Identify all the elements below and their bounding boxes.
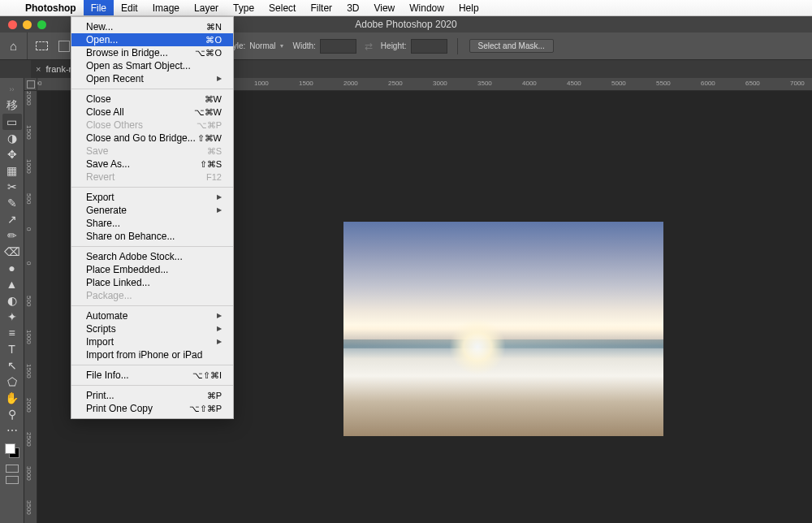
menu-item-revert: RevertF12: [71, 171, 233, 184]
ruler-tick: 3500: [25, 500, 32, 515]
menu-view[interactable]: View: [366, 0, 402, 15]
close-tab-icon[interactable]: ×: [36, 64, 41, 74]
menu-item-close[interactable]: Close⌘W: [71, 93, 233, 106]
more-tools-icon[interactable]: ⋯: [2, 422, 22, 439]
ruler-tick: 1000: [25, 330, 32, 344]
minimize-window-button[interactable]: [23, 20, 32, 29]
tool-12[interactable]: ◐: [2, 292, 22, 309]
maximize-window-button[interactable]: [37, 20, 46, 29]
menu-select[interactable]: Select: [261, 0, 303, 15]
menu-item-open[interactable]: Open...⌘O: [71, 33, 233, 46]
tool-14[interactable]: ≡: [2, 325, 22, 341]
height-label: Height:: [381, 41, 407, 50]
menu-3d[interactable]: 3D: [339, 0, 366, 15]
menu-item-share[interactable]: Share...: [71, 217, 233, 230]
menu-item-close-and-go-to-bridge[interactable]: Close and Go to Bridge...⇧⌘W: [71, 132, 233, 145]
tool-7[interactable]: ↗: [2, 211, 22, 227]
vertical-ruler[interactable]: 2000150010005000050010001500200025003000…: [24, 91, 37, 523]
menu-item-place-embedded[interactable]: Place Embedded...: [71, 263, 233, 276]
tool-2[interactable]: ◑: [2, 130, 22, 146]
home-button[interactable]: ⌂: [0, 32, 28, 59]
menu-item-scripts[interactable]: Scripts: [71, 322, 233, 335]
ruler-tick: 2000: [343, 80, 358, 87]
tool-1[interactable]: ▭: [2, 114, 22, 130]
menu-item-open-recent[interactable]: Open Recent: [71, 72, 233, 85]
tool-18[interactable]: ✋: [2, 390, 22, 406]
tool-16[interactable]: ↖: [2, 357, 22, 374]
tool-8[interactable]: ✏: [2, 227, 22, 244]
menu-item-print[interactable]: Print...⌘P: [71, 389, 233, 402]
tool-3[interactable]: ✥: [2, 146, 22, 162]
height-input[interactable]: [411, 39, 447, 54]
menu-item-file-info[interactable]: File Info...⌥⇧⌘I: [71, 369, 233, 382]
ruler-tick: 6000: [701, 80, 715, 87]
marquee-tool-icon[interactable]: [28, 41, 55, 50]
menu-item-import-from-iphone-or-ipad[interactable]: Import from iPhone or iPad: [71, 348, 233, 361]
menu-item-close-all[interactable]: Close All⌥⌘W: [71, 106, 233, 119]
ruler-tick: 5000: [611, 80, 626, 87]
width-input[interactable]: [320, 39, 356, 54]
menu-item-new[interactable]: New...⌘N: [71, 20, 233, 33]
height-field: Height:: [376, 39, 452, 54]
menu-help[interactable]: Help: [451, 0, 486, 15]
menu-file[interactable]: File: [84, 0, 114, 15]
ruler-tick: 4000: [522, 80, 537, 87]
tool-11[interactable]: ▲: [2, 276, 22, 292]
tool-10[interactable]: ●: [2, 260, 22, 276]
swap-dimensions-icon[interactable]: ⇄: [361, 41, 376, 52]
menu-edit[interactable]: Edit: [114, 0, 145, 15]
ruler-tick: 2000: [25, 398, 32, 413]
ruler-tick: 500: [25, 296, 32, 306]
ruler-origin-icon[interactable]: [24, 78, 37, 91]
menu-image[interactable]: Image: [145, 0, 187, 15]
ruler-tick: 2500: [25, 432, 32, 447]
menu-item-browse-in-bridge[interactable]: Browse in Bridge...⌥⌘O: [71, 46, 233, 59]
ruler-tick: 1500: [25, 364, 32, 378]
ruler-tick: 4500: [567, 80, 581, 87]
width-field: Width:: [288, 39, 361, 54]
foreground-color-swatch[interactable]: [5, 443, 15, 454]
menu-item-open-as-smart-object[interactable]: Open as Smart Object...: [71, 59, 233, 72]
color-swatch[interactable]: [5, 443, 19, 458]
ruler-tick: 2500: [388, 80, 403, 87]
select-and-mask-button[interactable]: Select and Mask...: [469, 39, 554, 53]
close-window-button[interactable]: [8, 20, 17, 29]
menu-item-search-adobe-stock[interactable]: Search Adobe Stock...: [71, 250, 233, 263]
menu-item-print-one-copy[interactable]: Print One Copy⌥⇧⌘P: [71, 402, 233, 415]
tool-15[interactable]: T: [2, 341, 22, 357]
menu-window[interactable]: Window: [402, 0, 451, 15]
menu-item-share-on-behance[interactable]: Share on Behance...: [71, 230, 233, 243]
ruler-tick: 0: [25, 227, 32, 231]
menu-filter[interactable]: Filter: [303, 0, 339, 15]
document-image[interactable]: [343, 222, 663, 436]
ruler-tick: 3000: [433, 80, 447, 87]
app-name[interactable]: Photoshop: [18, 2, 84, 14]
tool-6[interactable]: ✎: [2, 195, 22, 211]
file-menu-dropdown: New...⌘NOpen...⌘OBrowse in Bridge...⌥⌘OO…: [71, 16, 234, 419]
tool-13[interactable]: ✦: [2, 309, 22, 325]
ruler-tick: 1500: [299, 80, 313, 87]
tool-0[interactable]: 移: [2, 97, 22, 114]
menu-item-automate[interactable]: Automate: [71, 309, 233, 322]
ruler-tick: 1000: [25, 159, 32, 174]
tool-5[interactable]: ✂: [2, 179, 22, 195]
ruler-tick: 3000: [25, 466, 32, 481]
menu-item-place-linked[interactable]: Place Linked...: [71, 276, 233, 289]
menu-item-import[interactable]: Import: [71, 335, 233, 348]
menu-item-save-as[interactable]: Save As...⇧⌘S: [71, 158, 233, 171]
traffic-lights: [0, 20, 46, 29]
panel-grip-icon[interactable]: ››: [2, 81, 22, 97]
menu-item-generate[interactable]: Generate: [71, 204, 233, 217]
menu-type[interactable]: Type: [226, 0, 261, 15]
menu-item-package: Package...: [71, 289, 233, 302]
menu-item-export[interactable]: Export: [71, 191, 233, 204]
tool-9[interactable]: ⌫: [2, 244, 22, 260]
tool-17[interactable]: ⬠: [2, 374, 22, 390]
width-label: Width:: [293, 41, 316, 50]
tool-19[interactable]: ⚲: [2, 406, 22, 422]
ruler-tick: 6500: [745, 80, 760, 87]
quickmask-mode-icon[interactable]: [6, 465, 19, 473]
screen-mode-icon[interactable]: [6, 476, 19, 484]
menu-layer[interactable]: Layer: [187, 0, 226, 15]
tool-4[interactable]: ▦: [2, 162, 22, 179]
